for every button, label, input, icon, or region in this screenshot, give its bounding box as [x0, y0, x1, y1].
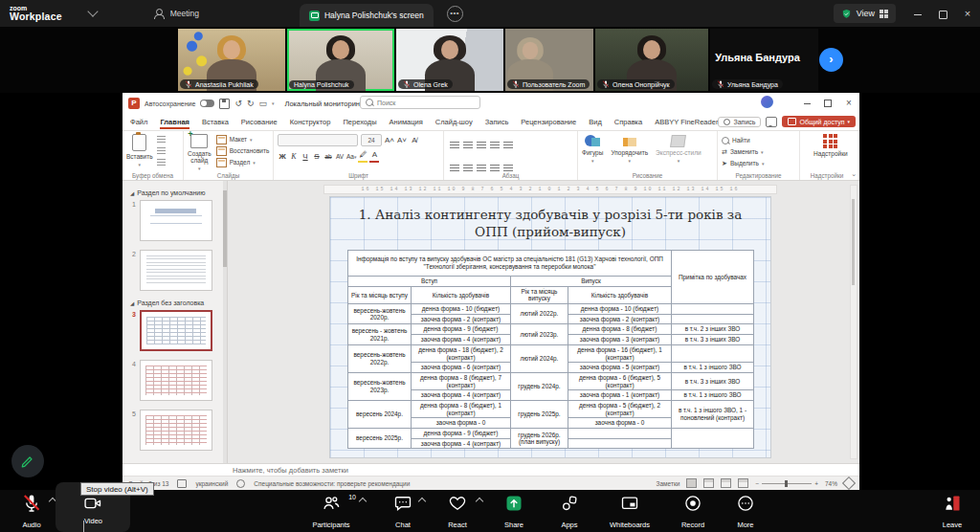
slideshow-view-button[interactable] [738, 478, 748, 488]
toolbar-video-button[interactable]: Video [59, 490, 126, 532]
language-indicator[interactable]: украинский [195, 480, 228, 487]
table-cell[interactable]: денна форма - 9 (бюджет) [412, 324, 511, 335]
decrease-font-icon[interactable]: A˅ [397, 135, 407, 146]
table-cell[interactable]: денна форма - 8 (бюджет), 1 (контракт) [412, 400, 511, 417]
table-cell[interactable]: Рік та місяць випуску [511, 286, 568, 303]
table-cell[interactable]: заочна форма - 0 [568, 418, 672, 429]
table-cell[interactable]: вересень-жовтень 2020р. [348, 304, 412, 324]
slide-thumbnail-2[interactable] [140, 250, 212, 291]
table-cell[interactable]: заочна форма - 4 (контракт) [412, 390, 511, 401]
table-cell[interactable]: в т.ч. 1 з іншого ЗВО [672, 363, 754, 373]
numbering-icon[interactable] [463, 142, 473, 149]
chevron-down-icon[interactable] [87, 6, 98, 16]
zoom-slider-thumb[interactable] [785, 480, 788, 487]
increase-font-icon[interactable]: A˄ [385, 135, 394, 146]
table-cell[interactable] [672, 314, 754, 324]
table-cell[interactable]: заочна форма - 6 (контракт) [412, 363, 511, 373]
collapse-ribbon-chevron-icon[interactable]: ⌄ [851, 170, 857, 178]
table-cell[interactable]: лютий 2024р. [511, 344, 568, 372]
table-cell[interactable]: денна форма - 5 (бюджет), 2 (контракт) [568, 400, 672, 417]
table-cell[interactable]: Вступ [348, 277, 511, 287]
video-tile-4[interactable]: Пользователь Zoom [505, 29, 593, 91]
justify-icon[interactable] [490, 165, 500, 172]
table-cell[interactable]: заочна форма - 4 (контракт) [412, 335, 511, 345]
section-button[interactable]: Раздел▾ [216, 157, 270, 167]
table-cell[interactable]: заочна форма - 0 [412, 418, 511, 429]
table-cell[interactable]: заочна форма - 3 (контракт) [568, 335, 672, 345]
notes-placeholder[interactable]: Нажмите, чтобы добавить заметки [122, 463, 859, 476]
notes-toggle[interactable]: Заметки [657, 480, 680, 487]
ppt-share-button[interactable]: Общий доступ ▾ [782, 116, 856, 127]
ribbon-tab-10[interactable]: Вид [589, 118, 602, 126]
table-cell[interactable] [672, 429, 754, 449]
table-cell[interactable]: денна форма - 9 (бюджет) [412, 429, 511, 439]
comments-icon[interactable] [766, 117, 777, 127]
italic-button[interactable]: К [289, 151, 299, 163]
table-cell[interactable]: лютий 2023р. [511, 324, 568, 344]
window-minimize-button[interactable] [905, 0, 930, 27]
ribbon-tab-2[interactable]: Вставка [202, 118, 229, 126]
table-cell[interactable]: денна форма - 18 (бюджет), 2 (контракт) [412, 344, 511, 362]
slide-sorter-view-button[interactable] [703, 478, 714, 488]
ribbon-tab-11[interactable]: Справка [614, 118, 642, 126]
slide-title[interactable]: 1. Аналіз контингенту здобувачів у розрі… [352, 207, 748, 240]
table-cell[interactable] [568, 429, 672, 439]
toolbar-apps-button[interactable]: Apps [547, 490, 591, 532]
new-slide-button[interactable]: Создать слайд▾ [188, 134, 212, 171]
toolbar-whiteboards-button[interactable]: Whiteboards [595, 490, 664, 532]
paste-button[interactable]: Вставить▾ [126, 134, 153, 167]
ribbon-tab-1[interactable]: Главная [160, 118, 189, 127]
redo-icon[interactable]: ↻ [247, 100, 255, 108]
tab-meeting[interactable]: Meeting [145, 0, 209, 27]
line-spacing-icon[interactable] [503, 142, 513, 149]
toolbar-share-button[interactable]: Share [490, 490, 538, 532]
table-cell[interactable]: в т.ч. 3 з інших ЗВО [672, 335, 754, 345]
save-icon[interactable] [219, 99, 230, 109]
highlight-color-button[interactable]: 🖉 [358, 149, 368, 163]
layout-button[interactable]: Макет▾ [216, 134, 270, 144]
table-cell[interactable]: вересень - жовтень 2021р. [348, 324, 412, 344]
slide-thumbnail-3[interactable] [140, 310, 212, 351]
table-cell[interactable] [672, 304, 754, 315]
chevron-up-icon[interactable] [418, 498, 426, 505]
ribbon-tab-3[interactable]: Рисование [241, 118, 278, 126]
align-center-icon[interactable] [463, 165, 473, 172]
tab-options-ellipsis-icon[interactable]: ••• [447, 6, 463, 22]
table-cell[interactable]: заочна форма - 5 (контракт) [568, 363, 672, 373]
editing-scrollbar[interactable] [850, 185, 858, 459]
table-cell[interactable]: денна форма - 16 (бюджет), 1 (контракт) [568, 344, 672, 362]
next-participants-button[interactable]: › [819, 48, 843, 72]
clear-format-icon[interactable]: A̸ [410, 135, 419, 146]
font-name-select[interactable] [278, 134, 358, 146]
toolbar-chat-button[interactable]: Chat [381, 490, 425, 532]
ribbon-tab-6[interactable]: Анимация [390, 118, 423, 126]
tab-shared-screen[interactable]: Halyna Polishchuk's screen [300, 4, 434, 27]
table-cell[interactable]: грудень 2026р. (план випуску) [511, 429, 568, 449]
video-tile-6[interactable]: Ульяна БандураУльяна Бандура [710, 29, 818, 91]
columns-icon[interactable] [503, 165, 513, 172]
table-cell[interactable]: заочна форма - 4 (контракт) [412, 438, 511, 449]
shapes-button[interactable]: Фигуры▾ [582, 135, 603, 164]
indent-decrease-icon[interactable] [477, 142, 486, 149]
arrange-button[interactable]: Упорядочить▾ [611, 135, 648, 164]
table-cell[interactable]: Рік та місяць вступу [348, 286, 412, 303]
bold-button[interactable]: Ж [278, 151, 287, 163]
fit-to-window-icon[interactable] [842, 477, 856, 490]
zoom-level[interactable]: 74% [825, 480, 837, 487]
toolbar-more-button[interactable]: More [724, 490, 768, 532]
chevron-up-icon[interactable] [359, 498, 367, 505]
chevron-up-icon[interactable] [476, 498, 483, 505]
panel-scrollbar[interactable] [223, 181, 227, 463]
toolbar-audio-button[interactable]: Audio [8, 490, 56, 532]
table-cell[interactable]: Кількість здобувачів [412, 286, 511, 303]
video-tile-5[interactable]: Олена Онопрійчук [595, 29, 708, 91]
align-right-icon[interactable] [477, 165, 486, 172]
video-tile-3[interactable]: Olena Grek [396, 29, 503, 91]
table-cell[interactable]: вересень-жовтень 2023р. [348, 372, 412, 400]
table-cell[interactable]: денна форма - 8 (бюджет) [568, 324, 672, 335]
ribbon-tab-0[interactable]: Файл [130, 118, 147, 126]
reading-view-button[interactable] [721, 478, 731, 488]
find-button[interactable]: Найти [722, 135, 795, 145]
toolbar-react-button[interactable]: React [433, 490, 482, 532]
quick-styles-button[interactable]: Экспресс-стили▾ [656, 135, 702, 164]
